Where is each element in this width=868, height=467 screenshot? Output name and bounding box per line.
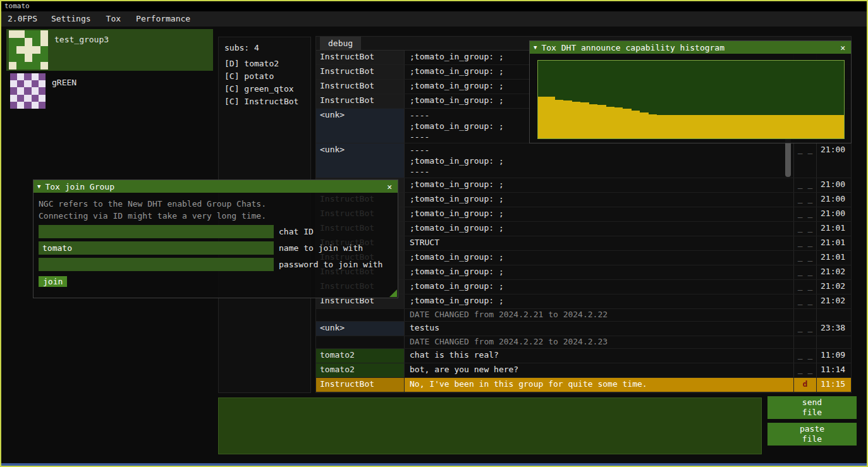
join-info-line: NGC refers to the New DHT enabled Group … xyxy=(39,198,393,210)
join-button[interactable]: join xyxy=(39,276,67,287)
chat-message-row[interactable]: <unk> ---- ;tomato_in_group: ; ---- _ _ … xyxy=(316,143,851,178)
message-text: ;tomato_in_group: ; xyxy=(405,294,794,308)
fps-indicator: 2.0FPS xyxy=(1,11,44,27)
message-flags: _ _ xyxy=(794,207,817,221)
message-text: ---- ;tomato_in_group: ; ---- xyxy=(405,143,794,178)
window-title-bar[interactable]: ▼ Tox join Group ✕ xyxy=(34,180,398,193)
message-text: testus xyxy=(405,322,794,336)
group-item-test-group3[interactable]: test_group3 xyxy=(6,29,213,71)
message-flags: _ _ xyxy=(794,143,817,178)
member-item[interactable]: [C] green_qtox xyxy=(224,83,305,95)
sender-name: tomato2 xyxy=(316,349,405,363)
message-text: ;tomato_in_group: ; xyxy=(405,251,794,265)
sender-name: InstructBot xyxy=(316,51,405,64)
join-name-label: name to join with xyxy=(279,243,363,253)
join-window-title: Tox join Group xyxy=(45,182,381,191)
message-time: 21:02 xyxy=(817,280,851,294)
message-time: 21:00 xyxy=(817,143,851,178)
dht-histogram-window[interactable]: ▼ Tox DHT announce capability histogram … xyxy=(529,40,852,143)
message-time: 21:00 xyxy=(817,207,851,221)
message-time: 21:02 xyxy=(817,265,851,279)
message-flags: _ _ xyxy=(794,265,817,279)
group-avatar xyxy=(9,30,48,70)
message-flags: _ _ xyxy=(794,251,817,265)
close-icon[interactable]: ✕ xyxy=(385,182,394,191)
join-name-input[interactable] xyxy=(39,241,274,255)
group-name: gREEN xyxy=(52,72,76,87)
group-avatar xyxy=(10,73,46,109)
close-icon[interactable]: ✕ xyxy=(838,43,847,52)
resize-grip[interactable] xyxy=(389,289,397,297)
message-text: ;tomato_in_group: ; xyxy=(405,265,794,279)
message-flags: d xyxy=(794,378,817,392)
member-item[interactable]: [C] InstructBot xyxy=(224,95,305,108)
join-info-line: Connecting via ID might take a very long… xyxy=(39,210,393,222)
message-text: No, I've been in this group for quite so… xyxy=(405,378,794,392)
members-count: subs: 4 xyxy=(224,42,305,54)
message-time: 11:15 xyxy=(817,378,851,392)
date-changed-text: DATE CHANGED from 2024.2.22 to 2024.2.23 xyxy=(405,336,794,348)
window-title: tomato xyxy=(4,2,30,10)
join-password-label: password to join with xyxy=(279,260,382,269)
group-item-green[interactable]: gREEN xyxy=(6,72,213,110)
join-password-input[interactable] xyxy=(39,258,274,271)
message-flags: _ _ xyxy=(794,178,817,192)
message-time: 21:01 xyxy=(817,222,851,236)
message-flags: _ _ xyxy=(794,280,817,294)
message-text: ;tomato_in_group: ; xyxy=(405,193,794,207)
message-time: 11:14 xyxy=(817,363,851,377)
histogram-window-title: Tox DHT announce capability histogram xyxy=(541,43,834,52)
message-time: 21:00 xyxy=(817,178,851,192)
menu-performance[interactable]: Performance xyxy=(128,11,198,27)
date-changed-row: DATE CHANGED from 2024.2.21 to 2024.2.22 xyxy=(316,309,851,322)
message-text: ;tomato_in_group: ; xyxy=(405,207,794,221)
sender-name: InstructBot xyxy=(316,65,405,79)
chat-message-row-highlighted[interactable]: InstructBot No, I've been in this group … xyxy=(316,378,851,392)
message-flags: _ _ xyxy=(794,236,817,250)
member-item[interactable]: [C] potato xyxy=(224,70,305,83)
message-text: chat is this real? xyxy=(405,349,794,363)
date-changed-text: DATE CHANGED from 2024.2.21 to 2024.2.22 xyxy=(405,309,794,321)
message-time: 23:38 xyxy=(817,322,851,336)
sender-name: tomato2 xyxy=(316,363,405,377)
date-changed-row: DATE CHANGED from 2024.2.22 to 2024.2.23 xyxy=(316,336,851,349)
message-time: 11:09 xyxy=(817,349,851,363)
collapse-arrow-icon[interactable]: ▼ xyxy=(534,44,537,51)
member-item[interactable]: [D] tomato2 xyxy=(224,58,305,70)
message-flags: _ _ xyxy=(794,363,817,377)
tab-debug[interactable]: debug xyxy=(320,37,361,50)
sender-name: InstructBot xyxy=(316,80,405,94)
window-titlebar[interactable]: tomato xyxy=(1,1,867,11)
message-input[interactable] xyxy=(218,397,762,454)
message-time: 21:01 xyxy=(817,236,851,250)
chat-message-row[interactable]: <unk> testus _ _ 23:38 xyxy=(316,322,851,336)
message-text: STRUCT xyxy=(405,236,794,250)
message-flags: _ _ xyxy=(794,222,817,236)
sender-name: <unk> xyxy=(316,109,405,143)
menu-bar: 2.0FPS Settings Tox Performance xyxy=(1,11,867,27)
message-text: bot, are you new here? xyxy=(405,363,794,377)
collapse-arrow-icon[interactable]: ▼ xyxy=(37,183,40,190)
message-flags: _ _ xyxy=(794,349,817,363)
chat-message-row[interactable]: tomato2 chat is this real? _ _ 11:09 xyxy=(316,349,851,363)
sender-name: <unk> xyxy=(316,322,405,336)
chat-id-input[interactable] xyxy=(39,225,274,238)
message-flags: _ _ xyxy=(794,294,817,308)
message-text: ;tomato_in_group: ; xyxy=(405,222,794,236)
chat-message-row[interactable]: tomato2 bot, are you new here? _ _ 11:14 xyxy=(316,363,851,378)
chat-id-label: chat ID xyxy=(279,227,314,236)
paste-file-button[interactable]: paste file xyxy=(767,423,857,446)
menu-settings[interactable]: Settings xyxy=(44,11,99,27)
window-bottom-edge xyxy=(1,463,867,466)
send-file-button[interactable]: send file xyxy=(767,396,857,419)
message-text: ;tomato_in_group: ; xyxy=(405,280,794,294)
join-group-window[interactable]: ▼ Tox join Group ✕ NGC refers to the New… xyxy=(33,179,398,298)
message-flags: _ _ xyxy=(794,193,817,207)
message-flags: _ _ xyxy=(794,322,817,336)
menu-tox[interactable]: Tox xyxy=(99,11,128,27)
window-title-bar[interactable]: ▼ Tox DHT announce capability histogram … xyxy=(530,41,851,54)
sender-name: InstructBot xyxy=(316,94,405,108)
message-text: ;tomato_in_group: ; xyxy=(405,178,794,192)
sender-name: <unk> xyxy=(316,143,405,178)
message-time: 21:01 xyxy=(817,251,851,265)
